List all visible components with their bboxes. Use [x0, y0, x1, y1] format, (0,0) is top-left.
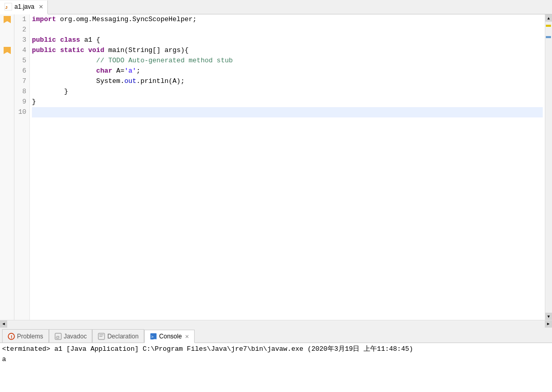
- char-literal: 'a': [124, 66, 136, 76]
- gutter-line-1: [0, 14, 14, 25]
- close-brace-2: }: [32, 97, 36, 107]
- tab-label: a1.java: [14, 3, 34, 10]
- line-numbers: 1 2 3 4 5 6 7 8 9 10: [14, 14, 30, 320]
- main-sig: main(String[] args){: [104, 45, 188, 56]
- public-keyword-3: public: [32, 35, 56, 45]
- console-tab-close[interactable]: ✕: [185, 334, 189, 339]
- console-status-line: <terminated> a1 [Java Application] C:\Pr…: [2, 344, 550, 354]
- declaration-icon: [98, 333, 105, 340]
- tab-close-button[interactable]: ✕: [39, 4, 43, 10]
- tab-declaration[interactable]: Declaration: [92, 329, 144, 343]
- code-line-10: [32, 107, 543, 117]
- code-line-8: }: [32, 87, 543, 97]
- todo-comment: // TODO Auto-generated method stub: [32, 56, 233, 66]
- java-file-icon: J: [4, 3, 12, 11]
- problems-icon: !: [8, 333, 15, 340]
- tab-problems[interactable]: ! Problems: [2, 329, 49, 343]
- code-line-1: import org.omg.Messaging.SyncScopeHelper…: [32, 14, 543, 25]
- line-num-4: 4: [14, 45, 26, 56]
- code-line-5: // TODO Auto-generated method stub: [32, 56, 543, 66]
- console-output: <terminated> a1 [Java Application] C:\Pr…: [0, 343, 552, 384]
- code-line-3: public class a1 {: [32, 35, 543, 45]
- void-keyword: void: [88, 45, 104, 56]
- scroll-marker-blue: [546, 36, 551, 38]
- scroll-up-button[interactable]: ▲: [545, 14, 553, 22]
- scroll-left-button[interactable]: ◀: [0, 320, 7, 328]
- editor-area: 1 2 3 4 5 6 7 8 9 10 import org.omg.Mess…: [0, 14, 552, 320]
- gutter-line-9: [0, 97, 14, 107]
- line-num-2: 2: [14, 25, 26, 35]
- scroll-track: [545, 22, 552, 313]
- h-scroll-track[interactable]: [7, 320, 545, 328]
- gutter-line-2: [0, 25, 14, 35]
- svg-marker-2: [4, 16, 11, 23]
- gutter-line-5: [0, 56, 14, 66]
- code-line-4: public static void main(String[] args){: [32, 45, 543, 56]
- gutter: [0, 14, 14, 320]
- tab-declaration-label: Declaration: [107, 333, 139, 340]
- tab-console[interactable]: >_ Console ✕: [144, 330, 195, 343]
- scroll-down-button[interactable]: ▼: [545, 313, 553, 320]
- gutter-line-10: [0, 107, 14, 117]
- code-editor[interactable]: import org.omg.Messaging.SyncScopeHelper…: [30, 14, 545, 320]
- scroll-right-button[interactable]: ▶: [545, 320, 552, 328]
- public-keyword-4: public: [32, 45, 56, 56]
- bookmark-marker-1: [4, 16, 11, 23]
- out-field: out: [124, 76, 136, 87]
- gutter-line-4: [0, 45, 14, 56]
- horizontal-scrollbar: ◀ ▶: [0, 320, 552, 327]
- svg-text:@: @: [56, 335, 60, 339]
- line-num-9: 9: [14, 97, 26, 107]
- line-num-8: 8: [14, 87, 26, 97]
- bookmark-marker-4: [4, 47, 11, 54]
- svg-text:!: !: [11, 334, 12, 339]
- scroll-marker-yellow: [546, 25, 551, 27]
- gutter-line-7: [0, 76, 14, 87]
- line-num-1: 1: [14, 14, 26, 25]
- line-num-5: 5: [14, 56, 26, 66]
- javadoc-icon: @: [55, 333, 62, 340]
- right-scrollbar[interactable]: ▲ ▼: [545, 14, 552, 320]
- close-brace-1: }: [32, 87, 68, 97]
- line-num-3: 3: [14, 35, 26, 45]
- bottom-tab-bar: ! Problems @ Javadoc Declaration >_ Cons…: [0, 327, 552, 343]
- line-num-6: 6: [14, 66, 26, 76]
- class-keyword: class: [60, 35, 80, 45]
- gutter-line-8: [0, 87, 14, 97]
- code-line-6: char A='a';: [32, 66, 543, 76]
- gutter-line-3: [0, 35, 14, 45]
- static-keyword: static: [60, 45, 84, 56]
- console-icon: >_: [150, 333, 157, 340]
- tab-console-label: Console: [159, 333, 182, 340]
- editor-tab[interactable]: J a1.java ✕: [0, 1, 48, 14]
- code-line-2: [32, 25, 543, 35]
- tab-problems-label: Problems: [17, 333, 43, 340]
- import-keyword: import: [32, 14, 56, 25]
- svg-marker-3: [4, 47, 11, 54]
- tab-bar: J a1.java ✕: [0, 0, 552, 14]
- char-keyword: char: [96, 66, 112, 76]
- svg-text:>_: >_: [151, 334, 157, 339]
- code-line-9: }: [32, 97, 543, 107]
- console-output-line: a: [2, 354, 550, 365]
- gutter-line-6: [0, 66, 14, 76]
- line-num-10: 10: [14, 107, 26, 117]
- svg-text:J: J: [5, 5, 7, 10]
- import-path: org.omg.Messaging.SyncScopeHelper;: [56, 14, 197, 25]
- code-line-7: System.out.println(A);: [32, 76, 543, 87]
- tab-javadoc[interactable]: @ Javadoc: [49, 329, 93, 343]
- line-num-7: 7: [14, 76, 26, 87]
- tab-javadoc-label: Javadoc: [64, 333, 87, 340]
